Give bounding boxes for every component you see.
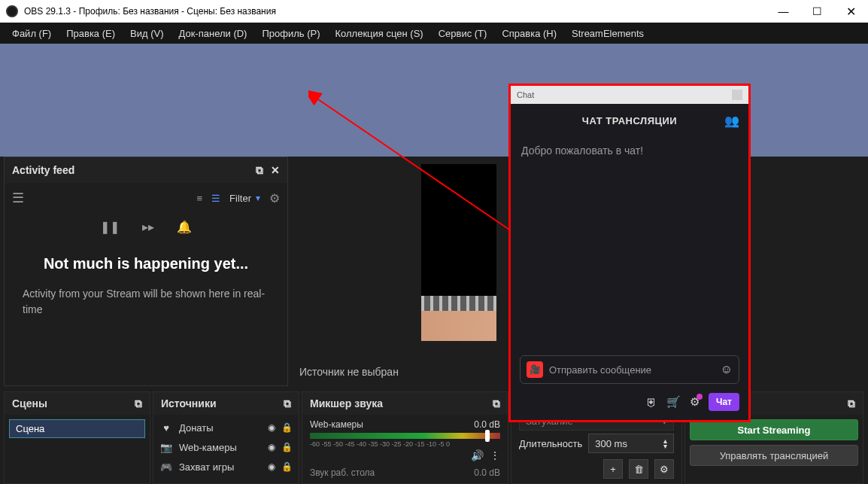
add-transition-button[interactable]: + (603, 459, 623, 479)
source-item-gamecapture[interactable]: 🎮 Захват игры ◉ 🔒 (153, 457, 299, 476)
source-name: Захват игры (179, 461, 262, 473)
chat-window-titlebar[interactable]: Chat (511, 86, 748, 104)
mixer-channel-name: Web-камеры (310, 419, 474, 430)
scene-item[interactable]: Сцена (9, 419, 145, 438)
activity-empty-subtitle: Activity from your Stream will be shown … (23, 286, 269, 318)
menu-bar: Файл (F) Правка (E) Вид (V) Док-панели (… (0, 23, 868, 44)
activity-feed-title: Activity feed (12, 164, 74, 176)
mixer-meter (310, 433, 500, 439)
lock-icon[interactable]: 🔒 (281, 461, 293, 472)
mixer-channel-webcam: Web-камеры 0.0 dB -60 -55 -50 -45 -40 -3… (310, 419, 500, 461)
mixer-scale: -60 -55 -50 -45 -40 -35 -30 -25 -20 -15 … (310, 440, 500, 448)
menu-profile[interactable]: Профиль (P) (256, 25, 326, 42)
heart-icon: ♥ (159, 422, 173, 434)
hamburger-icon[interactable]: ☰ (12, 190, 24, 206)
filter-dropdown[interactable]: Filter ▾ (229, 193, 260, 204)
obs-logo-icon (6, 5, 18, 17)
mixer-title: Микшер звука (310, 397, 383, 409)
speaker-icon[interactable]: 🔊 (471, 449, 484, 461)
menu-help[interactable]: Справка (H) (496, 25, 563, 42)
source-name: Web-камеры (179, 442, 262, 453)
spinner-icon: ▴▾ (663, 438, 667, 449)
start-streaming-button[interactable]: Start Streaming (690, 419, 858, 440)
more-icon[interactable]: ⋮ (490, 449, 500, 461)
visibility-icon[interactable]: ◉ (268, 461, 275, 472)
visibility-icon[interactable]: ◉ (268, 422, 275, 433)
chat-welcome-text: Добро пожаловать в чат! (521, 145, 643, 157)
manage-broadcast-button[interactable]: Управлять трансляцией (690, 445, 858, 466)
list-icon[interactable]: ☰ (211, 193, 220, 204)
chat-panel: Chat ЧАТ ТРАНСЛЯЦИИ 👥 Добро пожаловать в… (508, 84, 751, 422)
chat-window-title: Chat (517, 90, 534, 99)
lock-icon[interactable]: 🔒 (281, 422, 293, 433)
popout-icon[interactable]: ⧉ (493, 397, 500, 410)
preview-thumbnail (421, 296, 496, 341)
chat-input-row[interactable]: 🎥 Отправить сообщение ☺ (520, 355, 739, 384)
menu-streamelements[interactable]: StreamElements (566, 25, 650, 42)
menu-view[interactable]: Вид (V) (124, 25, 169, 42)
source-item-webcam[interactable]: 📷 Web-камеры ◉ 🔒 (153, 437, 299, 457)
mixer-channel-value: 0.0 dB (474, 467, 500, 478)
camera-icon: 📷 (159, 442, 173, 453)
audio-mixer-dock: Микшер звука ⧉ Web-камеры 0.0 dB -60 -55… (302, 391, 508, 484)
preview-source-tile[interactable] (421, 164, 496, 341)
skip-icon[interactable]: ▸▸ (142, 220, 154, 234)
popout-icon[interactable]: ⧉ (256, 164, 263, 177)
activity-empty-title: Not much is happening yet... (23, 255, 269, 272)
lock-icon[interactable]: 🔒 (281, 442, 293, 452)
activity-feed-panel: Activity feed ⧉ ✕ ☰ ≡ ☰ Filter ▾ ⚙ ❚❚ ▸▸… (4, 157, 288, 386)
chat-window-close-icon[interactable] (732, 90, 742, 100)
remove-transition-button[interactable]: 🗑 (629, 459, 648, 479)
duration-label: Длительность (519, 438, 582, 449)
popout-icon[interactable]: ⧉ (284, 397, 291, 410)
mixer-channel-name: Звук раб. стола (310, 467, 474, 478)
sources-dock: Источники ⧉ ♥ Донаты ◉ 🔒 📷 Web-камеры ◉ … (153, 391, 299, 484)
scenes-title: Сцены (12, 397, 47, 409)
duration-input[interactable]: 300 ms ▴▾ (588, 434, 674, 453)
chevron-down-icon: ▾ (256, 193, 260, 203)
duration-value: 300 ms (595, 438, 627, 449)
sources-title: Источники (161, 397, 217, 409)
game-icon: 🎮 (159, 461, 173, 473)
scenes-dock: Сцены ⧉ Сцена (4, 391, 150, 484)
chat-message-input[interactable]: Отправить сообщение (549, 364, 715, 376)
window-close-button[interactable]: ✕ (834, 0, 868, 23)
filter-label: Filter (229, 193, 251, 204)
shield-icon[interactable]: ⛨ (646, 396, 657, 409)
menu-docks[interactable]: Док-панели (D) (173, 25, 253, 42)
cart-icon[interactable]: 🛒 (666, 395, 681, 409)
menu-file[interactable]: Файл (F) (6, 25, 57, 42)
window-minimize-button[interactable]: — (766, 0, 800, 23)
transition-settings-button[interactable]: ⚙ (654, 459, 674, 479)
chat-settings-icon[interactable]: ⚙ (690, 395, 700, 409)
menu-tools[interactable]: Сервис (T) (432, 25, 493, 42)
camera-badge-icon[interactable]: 🎥 (527, 361, 543, 378)
bell-icon[interactable]: 🔔 (177, 220, 192, 234)
window-title: OBS 29.1.3 - Профиль: Без названия - Сце… (24, 6, 276, 17)
gear-icon[interactable]: ⚙ (269, 191, 280, 205)
chat-header-title: ЧАТ ТРАНСЛЯЦИИ (582, 115, 677, 126)
volume-slider-handle[interactable] (485, 430, 490, 442)
pause-icon[interactable]: ❚❚ (100, 220, 120, 234)
source-item-donations[interactable]: ♥ Донаты ◉ 🔒 (153, 418, 299, 437)
chat-send-button[interactable]: Чат (709, 393, 739, 411)
viewers-icon[interactable]: 👥 (724, 114, 740, 128)
list-compact-icon[interactable]: ≡ (197, 193, 203, 204)
visibility-icon[interactable]: ◉ (268, 442, 275, 452)
window-maximize-button[interactable]: ☐ (800, 0, 834, 23)
window-titlebar: OBS 29.1.3 - Профиль: Без названия - Сце… (0, 0, 868, 23)
menu-scenes[interactable]: Коллекция сцен (S) (329, 25, 429, 42)
mixer-channel-value: 0.0 dB (474, 419, 500, 430)
popout-icon[interactable]: ⧉ (848, 397, 855, 410)
notification-dot-icon (697, 394, 703, 400)
close-panel-icon[interactable]: ✕ (271, 164, 280, 176)
menu-edit[interactable]: Правка (E) (60, 25, 121, 42)
emoji-icon[interactable]: ☺ (721, 363, 733, 376)
source-name: Донаты (179, 422, 262, 434)
popout-icon[interactable]: ⧉ (135, 397, 142, 410)
